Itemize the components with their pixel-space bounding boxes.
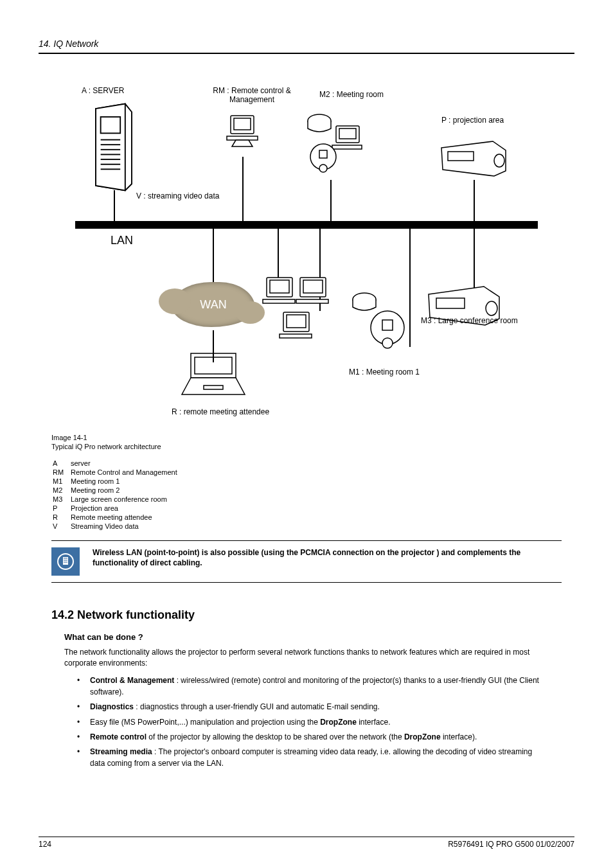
wan-cloud: WAN xyxy=(172,282,255,327)
svg-rect-28 xyxy=(280,334,312,338)
wan-label: WAN xyxy=(200,298,226,312)
section-heading: 14.2 Network functionality xyxy=(51,608,562,622)
label-server: A : SERVER xyxy=(82,86,124,95)
label-m3: M3 : Large conference room xyxy=(421,316,518,325)
legend-table: AserverRMRemote Control and ManagementM1… xyxy=(51,458,179,531)
label-v: V : streaming video data xyxy=(136,191,219,200)
note-text: Wireless LAN (point-to-point) is also po… xyxy=(93,547,562,576)
svg-rect-22 xyxy=(263,299,295,303)
m3-devices-icon xyxy=(345,290,409,355)
list-item: Easy file (MS PowerPoint,...) manipulati… xyxy=(77,717,549,728)
svg-rect-0 xyxy=(101,117,121,133)
list-item: Remote control of the projector by allow… xyxy=(77,732,549,743)
connector xyxy=(330,180,332,222)
page-footer: 124 R5976491 IQ PRO G500 01/02/2007 xyxy=(39,837,574,849)
doc-id: R5976491 IQ PRO G500 01/02/2007 xyxy=(448,840,574,849)
svg-rect-34 xyxy=(436,298,465,308)
m1-pcs-icon xyxy=(262,272,345,356)
connector xyxy=(114,190,115,222)
list-item: Streaming media : The projector's onboar… xyxy=(77,747,549,769)
server-icon xyxy=(88,102,139,192)
legend-row: RRemote meeting attendee xyxy=(53,513,177,521)
legend-row: M1Meeting room 1 xyxy=(53,477,177,485)
connector xyxy=(213,330,214,362)
lan-bar xyxy=(75,221,538,229)
connector xyxy=(213,227,214,283)
legend-row: Aserver xyxy=(53,459,177,467)
legend-row: M3Large screen conference room xyxy=(53,495,177,503)
svg-rect-24 xyxy=(303,280,323,293)
label-m2: M2 : Meeting room xyxy=(319,90,384,99)
subsection-heading: What can be done ? xyxy=(64,632,549,642)
list-item: Control & Management : wireless/wired (r… xyxy=(77,675,549,698)
label-p: P : projection area xyxy=(441,116,504,125)
svg-rect-27 xyxy=(287,315,306,328)
svg-rect-36 xyxy=(204,385,223,389)
legend-row: PProjection area xyxy=(53,504,177,512)
svg-point-18 xyxy=(494,154,504,167)
connector xyxy=(242,157,244,222)
svg-rect-31 xyxy=(382,320,393,330)
label-r: R : remote meeting attendee xyxy=(172,407,269,416)
svg-rect-13 xyxy=(339,128,356,139)
svg-point-17 xyxy=(319,164,327,172)
network-diagram: A : SERVER RM : Remote control & Managem… xyxy=(62,80,551,427)
svg-rect-16 xyxy=(319,150,327,158)
legend-row: RMRemote Control and Management xyxy=(53,468,177,476)
connector xyxy=(474,180,475,222)
connector xyxy=(409,227,411,347)
label-rm: RM : Remote control & Management xyxy=(207,86,297,104)
bullet-list: Control & Management : wireless/wired (r… xyxy=(77,675,549,769)
svg-rect-14 xyxy=(332,145,362,149)
rm-pc-icon xyxy=(224,112,263,150)
svg-point-33 xyxy=(486,301,497,315)
svg-rect-25 xyxy=(296,299,328,303)
projector-top-icon xyxy=(435,135,512,180)
label-m1: M1 : Meeting room 1 xyxy=(349,368,420,376)
svg-rect-19 xyxy=(448,152,474,161)
list-item: Diagnostics : diagnostics through a user… xyxy=(77,702,549,713)
page-header: 14. IQ Network xyxy=(39,39,574,54)
lan-label: LAN xyxy=(111,234,133,247)
figure-caption: Image 14-1 Typical iQ Pro network archit… xyxy=(51,433,562,452)
legend-row: M2Meeting room 2 xyxy=(53,486,177,494)
note-icon xyxy=(51,547,80,576)
legend-row: VStreaming Video data xyxy=(53,522,177,530)
svg-rect-9 xyxy=(234,118,251,130)
svg-rect-10 xyxy=(227,136,258,140)
svg-rect-21 xyxy=(270,280,289,293)
svg-point-32 xyxy=(382,338,393,348)
note-box: Wireless LAN (point-to-point) is also po… xyxy=(51,540,562,583)
page-number: 124 xyxy=(39,840,51,849)
intro-paragraph: The network functionality allows the pro… xyxy=(64,647,549,669)
m2-devices-icon xyxy=(300,112,364,176)
